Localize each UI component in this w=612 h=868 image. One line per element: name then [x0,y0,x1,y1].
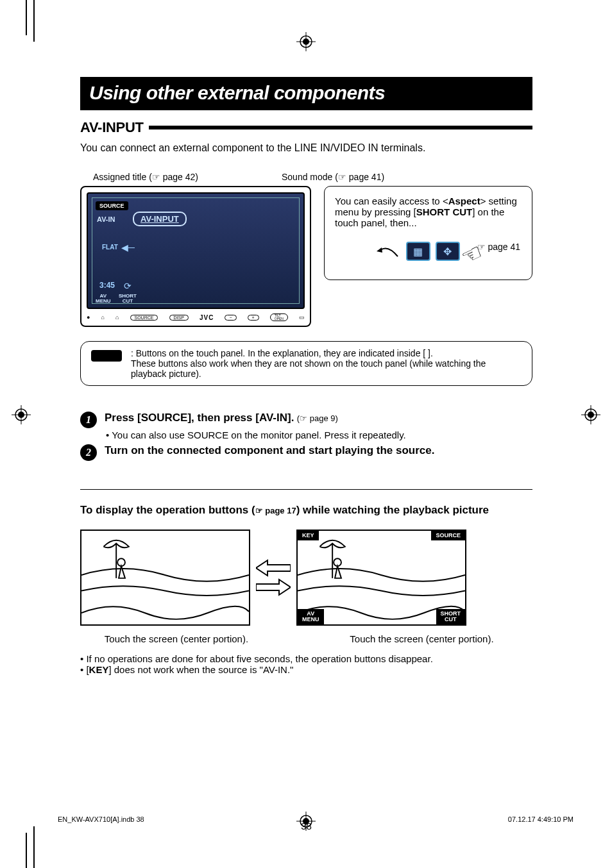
home-icon: ⌂ [115,314,119,321]
hw-minus-button[interactable]: − [225,315,236,321]
caption-assigned-title: Assigned title (☞ page 42) [93,172,198,182]
caption-sound-mode: Sound mode (☞ page 41) [282,172,384,182]
step-1-title: Press [SOURCE], then press [AV-IN]. [105,412,294,424]
att-icon: ⌂ [101,314,105,321]
crop-mark [26,833,27,868]
note-chip-icon [91,350,122,362]
subheading: To display the operation buttons (☞ page… [80,504,532,517]
section-heading: AV-INPUT [80,119,532,136]
tip-bold-aspect: Aspect [448,196,480,206]
brand-logo: JVC [200,314,214,321]
source-button[interactable]: SOURCE [96,201,128,210]
subhead-fragment: ) while watching the playback picture [296,504,489,516]
overlay-av-menu-button[interactable]: AV MENU [298,609,324,624]
crop-mark [33,0,35,42]
step-number-icon: 1 [80,412,97,428]
subhead-ref: ☞ page 17 [255,506,296,515]
notes-list: If no operations are done for about five… [80,653,532,675]
footer-right: 07.12.17 4:49:10 PM [508,815,574,823]
bullet-bold-key: KEY [89,664,109,675]
beach-scene-icon [81,531,249,626]
hardware-controls: ● ⌂ ⌂ SOURCE DISP JVC − + TILT OPEN ▭ [87,312,305,323]
caption-right: Touch the screen (center portion). [273,633,532,644]
svg-marker-20 [256,580,291,595]
avin-label: AV-IN [97,215,115,223]
aspect-tip-box: You can easily access to <Aspect> settin… [324,186,532,280]
arrow-left-icon: ◀─ [121,242,135,253]
subhead-fragment: To display the operation buttons ( [80,504,255,516]
sound-mode-label: FLAT [102,244,118,251]
figure-captions: Assigned title (☞ page 42) Sound mode (☞… [80,172,532,182]
overlay-short-cut-button[interactable]: SHORT CUT [436,609,466,624]
overlay-key-button[interactable]: KEY [298,531,319,540]
touch-button-note: Buttons on the touch panel. In the expla… [80,341,532,386]
aspect-icon-button[interactable]: ▦ [406,242,430,261]
curved-arrow-icon [375,245,401,258]
step-1-ref: (☞ page 9) [297,413,338,423]
hw-source-button[interactable]: SOURCE [130,315,158,321]
tip-bold-shortcut: SHORT CUT [416,206,473,217]
step-1-sub: You can also use SOURCE on the monitor p… [106,430,532,440]
hw-disp-button[interactable]: DISP [169,315,189,321]
playback-screen-overlay: KEY SOURCE AV MENU SHORT CUT [296,530,466,626]
registration-mark-icon [12,405,31,424]
registration-mark-icon [296,32,316,51]
heading-rule [149,126,532,129]
dual-figure: KEY SOURCE AV MENU SHORT CUT [80,530,532,626]
aspect-tip-text: You can easily access to <Aspect> settin… [335,196,522,228]
step-2: 2 Turn on the connected component and st… [80,444,532,461]
dual-figure-captions: Touch the screen (center portion). Touch… [80,633,532,644]
steps-list: 1 Press [SOURCE], then press [AV-IN]. (☞… [80,412,532,461]
divider [80,489,532,490]
svg-marker-19 [256,560,291,576]
swap-arrows-icon [254,559,293,596]
repeat-icon: ⟳ [124,281,132,291]
note-bullet-2: [KEY] does not work when the source is "… [80,664,532,675]
footer-left: EN_KW-AVX710[A].indb 38 [58,815,144,823]
av-menu-button[interactable]: AV MENU [96,294,111,304]
tip-fragment: You can easily access to < [335,196,448,206]
step-number-icon: 2 [80,444,97,461]
step-1: 1 Press [SOURCE], then press [AV-IN]. (☞… [80,412,532,440]
overlay-source-button[interactable]: SOURCE [431,531,465,540]
crop-mark [33,826,35,868]
note-bullet-1: If no operations are done for about five… [80,653,532,664]
short-cut-button[interactable]: SHORT CUT [119,294,137,304]
clock-label: 3:45 [99,281,115,290]
eject-icon: ▭ [299,314,305,321]
device-illustration: SOURCE AV-IN AV-INPUT FLAT ◀─ 3:45 ⟳ AV … [80,186,311,327]
note-line-2: These buttons also work when they are no… [131,358,522,379]
hw-plus-button[interactable]: + [248,315,259,321]
page-title: Using other external components [80,77,532,110]
move-icon-button[interactable]: ✥ [436,242,460,261]
hw-open-button[interactable]: TILT OPEN [270,313,288,321]
crop-mark [26,0,27,35]
step-2-title: Turn on the connected component and star… [105,444,434,456]
avin-title-box: AV-INPUT [133,212,187,226]
intro-text: You can connect an external component to… [80,142,532,154]
svg-marker-16 [377,247,382,253]
registration-mark-icon [581,405,600,424]
caption-left: Touch the screen (center portion). [80,633,273,644]
print-footer: EN_KW-AVX710[A].indb 38 07.12.17 4:49:10… [58,815,574,823]
playback-screen-plain [80,530,250,626]
note-line-1: Buttons on the touch panel. In the expla… [131,348,522,358]
section-heading-text: AV-INPUT [80,119,144,136]
device-screen: SOURCE AV-IN AV-INPUT FLAT ◀─ 3:45 ⟳ AV … [87,192,305,309]
reset-icon: ● [87,314,90,321]
bullet-fragment: ] does not work when the source is "AV-I… [108,664,293,675]
page-content: Using other external components AV-INPUT… [80,77,532,675]
page-ref: ☞ page 41 [477,242,521,252]
